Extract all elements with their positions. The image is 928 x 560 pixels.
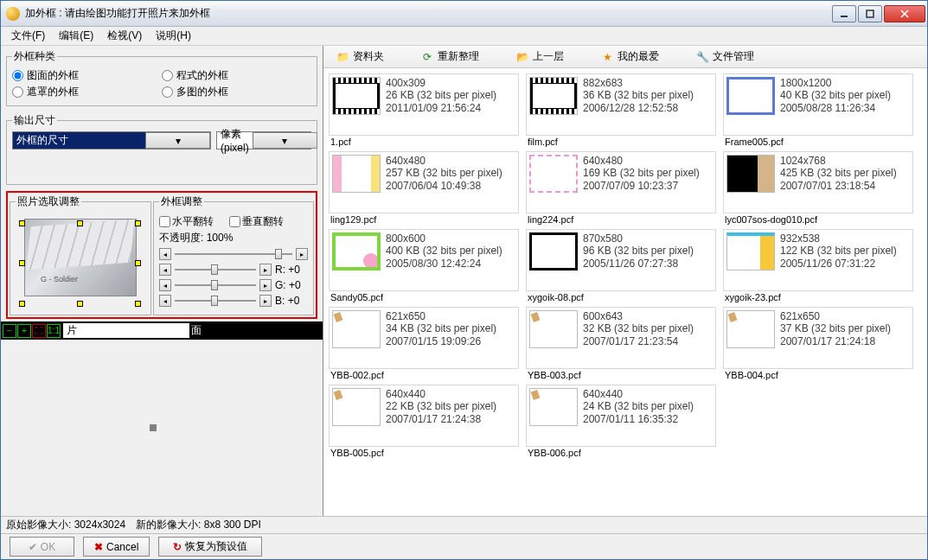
b-stepper-left[interactable]: ◂ [159, 295, 171, 307]
gallery-item-name: film.pcf [526, 136, 720, 148]
g-slider[interactable] [175, 278, 256, 292]
up-icon: 📂 [515, 50, 529, 64]
g-stepper-left[interactable]: ◂ [159, 279, 171, 291]
gallery-item[interactable]: 640x44022 KB (32 bits per pixel)2007/01/… [329, 385, 519, 447]
checkbox-flip-v[interactable]: 垂直翻转 [229, 214, 284, 229]
gallery-item[interactable]: 640x480257 KB (32 bits per pixel)2007/06… [329, 151, 519, 213]
menu-help[interactable]: 说明(H) [149, 27, 198, 45]
gallery-item-info: 621x65034 KB (32 bits per pixel)2007/01/… [386, 310, 515, 353]
tb-refresh[interactable]: ⟳重新整理 [413, 48, 486, 66]
radio-frame-mask[interactable]: 遮罩的外框 [12, 84, 162, 100]
gallery-item-info: 621x65037 KB (32 bits per pixel)2007/01/… [780, 310, 910, 353]
star-icon: ★ [600, 50, 614, 64]
wrench-icon: 🔧 [695, 50, 709, 64]
gallery-item-name: YBB-005.pcf [329, 447, 522, 459]
gallery-item[interactable]: 621x65034 KB (32 bits per pixel)2007/01/… [329, 307, 519, 369]
svg-rect-1 [867, 10, 874, 17]
size-mode-dropdown[interactable]: 外框的尺寸 ▾ [12, 131, 211, 150]
folder-icon: 📁 [336, 50, 349, 64]
window-title: 加外框 : 请由绘图功能打开照片来加外框 [25, 6, 832, 21]
ok-button[interactable]: ✔OK [10, 537, 74, 557]
gallery-item-name: YBB-003.pcf [526, 369, 720, 381]
minimize-button[interactable] [832, 5, 856, 22]
highlight-box: 照片选取调整 外框调整 [6, 191, 317, 319]
chevron-down-icon: ▾ [145, 132, 210, 149]
preview-dot [150, 424, 157, 431]
unit-dropdown[interactable]: 像素(pixel) ▾ [216, 131, 311, 150]
left-panel: 外框种类 图面的外框 程式的外框 遮罩的外框 多图的外框 输出尺寸 外框的尺寸 … [1, 46, 323, 516]
menubar: 文件(F) 编辑(E) 检视(V) 说明(H) [1, 27, 927, 46]
b-stepper-right[interactable]: ▸ [259, 295, 272, 307]
r-value: R: +0 [275, 264, 308, 276]
menu-edit[interactable]: 编辑(E) [52, 27, 100, 45]
gallery-item[interactable]: 621x65037 KB (32 bits per pixel)2007/01/… [723, 307, 913, 369]
gallery-item-name: Sandy05.pcf [329, 291, 522, 303]
gallery-item[interactable]: 640x44024 KB (32 bits per pixel)2007/01/… [526, 385, 716, 447]
gallery-item[interactable]: 1800x120040 KB (32 bits per pixel)2005/0… [723, 73, 913, 136]
gallery-item[interactable]: 870x58096 KB (32 bits per pixel)2005/11/… [526, 229, 716, 291]
checkbox-flip-h[interactable]: 水平翻转 [159, 214, 214, 229]
radio-frame-image[interactable]: 图面的外框 [12, 67, 162, 84]
radio-frame-multi[interactable]: 多图的外框 [162, 84, 311, 100]
reset-button[interactable]: ↻恢复为预设值 [158, 537, 262, 557]
close-button[interactable] [884, 5, 925, 22]
gallery-item-name: lyc007sos-dog010.pcf [723, 213, 917, 226]
gallery-item-info: 800x600400 KB (32 bits per pixel)2005/08… [386, 232, 515, 275]
gallery-item[interactable]: 800x600400 KB (32 bits per pixel)2005/08… [329, 229, 519, 291]
gallery-item-name: YBB-006.pcf [526, 447, 720, 459]
gallery-item-name: YBB-004.pcf [723, 369, 917, 381]
tb-fav[interactable]: ★我的最爱 [593, 48, 666, 66]
maximize-button[interactable] [858, 5, 882, 22]
preview-canvas[interactable] [1, 340, 323, 516]
gallery-item-name: xygoik-23.pcf [723, 291, 917, 303]
gallery[interactable]: 400x30926 KB (32 bits per pixel)2011/01/… [323, 68, 927, 516]
zoom-out-icon[interactable]: − [3, 324, 16, 338]
gallery-item-info: 1800x120040 KB (32 bits per pixel)2005/0… [780, 77, 910, 119]
photo-select-group: 照片选取调整 [10, 194, 151, 315]
app-icon [6, 7, 20, 21]
cancel-button[interactable]: ✖Cancel [83, 537, 150, 557]
tb-folder[interactable]: 📁资料夹 [329, 48, 391, 66]
actual-size-icon[interactable]: 1:1 [47, 324, 61, 338]
frame-adjust-group: 外框调整 水平翻转 垂直翻转 不透明度: 100% ◂ ▸ ◂ [153, 194, 314, 315]
opacity-slider[interactable] [175, 247, 292, 261]
gallery-item-info: 1024x768425 KB (32 bits per pixel)2007/0… [780, 155, 910, 197]
chevron-down-icon: ▾ [253, 132, 317, 149]
photo-crop-preview[interactable] [16, 219, 145, 309]
gallery-toolbar: 📁资料夹 ⟳重新整理 📂上一层 ★我的最爱 🔧文件管理 [323, 46, 927, 68]
gallery-item[interactable]: 1024x768425 KB (32 bits per pixel)2007/0… [723, 151, 913, 213]
gallery-item-name: ling129.pcf [329, 213, 522, 226]
opacity-label: 不透明度: 100% [159, 231, 308, 245]
opacity-stepper-left[interactable]: ◂ [159, 248, 171, 260]
gallery-item-info: 640x44024 KB (32 bits per pixel)2007/01/… [583, 388, 713, 430]
menu-view[interactable]: 检视(V) [100, 27, 149, 45]
refresh-icon: ⟳ [420, 50, 434, 64]
radio-frame-program[interactable]: 程式的外框 [162, 67, 311, 84]
gallery-item[interactable]: 882x68336 KB (32 bits per pixel)2006/12/… [526, 73, 716, 136]
frame-type-group: 外框种类 图面的外框 程式的外框 遮罩的外框 多图的外框 [6, 49, 317, 106]
tb-manage[interactable]: 🔧文件管理 [688, 48, 761, 66]
gallery-item-name: xygoik-08.pcf [526, 291, 720, 303]
gallery-item[interactable]: 600x64332 KB (32 bits per pixel)2007/01/… [526, 307, 716, 369]
zoom-toolbar: − + ⛶ 1:1 片 面 [1, 321, 323, 340]
opacity-stepper-right[interactable]: ▸ [296, 248, 308, 260]
zoom-in-icon[interactable]: + [17, 324, 31, 338]
r-stepper-right[interactable]: ▸ [259, 264, 272, 276]
app-window: 加外框 : 请由绘图功能打开照片来加外框 文件(F) 编辑(E) 检视(V) 说… [0, 0, 928, 560]
zoom-field-a[interactable]: 片 [63, 323, 189, 338]
gallery-item[interactable]: 932x538122 KB (32 bits per pixel)2005/11… [723, 229, 913, 291]
r-slider[interactable] [175, 263, 256, 277]
b-slider[interactable] [175, 294, 256, 308]
g-stepper-right[interactable]: ▸ [259, 279, 272, 291]
fit-icon[interactable]: ⛶ [32, 324, 46, 338]
r-stepper-left[interactable]: ◂ [159, 264, 171, 276]
menu-file[interactable]: 文件(F) [4, 27, 52, 45]
gallery-item-name: Frame005.pcf [723, 136, 917, 148]
tb-up[interactable]: 📂上一层 [509, 48, 571, 66]
gallery-item[interactable]: 640x480169 KB (32 bits per pixel)2007/07… [526, 151, 716, 213]
titlebar[interactable]: 加外框 : 请由绘图功能打开照片来加外框 [1, 1, 927, 27]
gallery-item-info: 640x44022 KB (32 bits per pixel)2007/01/… [386, 388, 515, 430]
b-value: B: +0 [275, 295, 308, 307]
gallery-item[interactable]: 400x30926 KB (32 bits per pixel)2011/01/… [329, 73, 519, 136]
reload-icon: ↻ [173, 541, 182, 553]
